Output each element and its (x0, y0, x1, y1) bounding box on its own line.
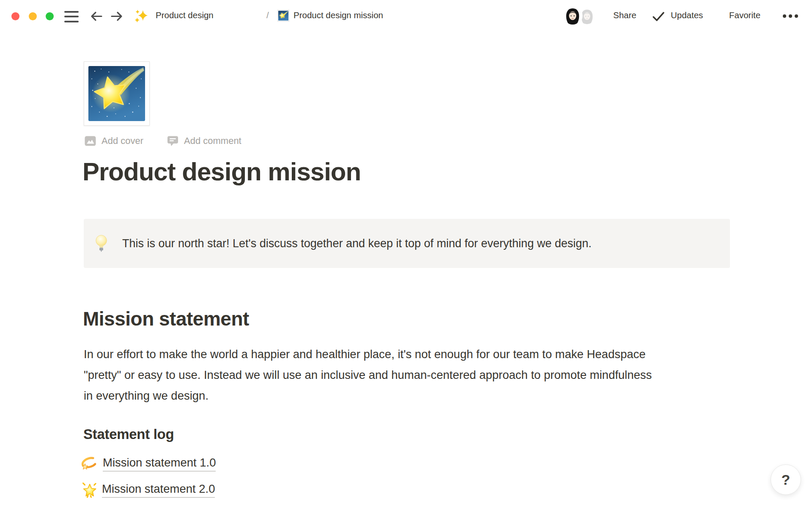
window-close-button[interactable] (11, 12, 19, 20)
add-comment-label: Add comment (184, 135, 241, 146)
dizzy-icon (80, 455, 99, 472)
light-bulb-icon (96, 234, 107, 253)
more-options-icon[interactable] (783, 14, 798, 18)
glowing-star-icon (80, 481, 98, 499)
comment-icon (167, 135, 178, 146)
paragraph-line: in everything we design. (84, 385, 652, 406)
paragraph-line: "pretty" or easy to use. Instead we will… (84, 364, 652, 385)
breadcrumb-page-icon[interactable] (277, 10, 289, 22)
sparkles-icon (134, 9, 149, 24)
share-button[interactable]: Share (613, 10, 636, 20)
page-title[interactable]: Product design mission (82, 157, 361, 186)
help-button[interactable]: ? (771, 464, 801, 495)
link-mission-statement-2[interactable]: Mission statement 2.0 (80, 481, 215, 499)
back-arrow-icon[interactable] (90, 11, 103, 22)
page-icon[interactable] (84, 61, 150, 126)
add-cover-label: Add cover (102, 135, 143, 146)
link-label[interactable]: Mission statement 2.0 (102, 482, 215, 498)
link-label[interactable]: Mission statement 1.0 (103, 456, 216, 472)
window-zoom-button[interactable] (46, 12, 54, 20)
help-label: ? (782, 472, 790, 488)
statement-log-heading[interactable]: Statement log (83, 426, 174, 442)
sidebar-menu-icon[interactable] (64, 11, 79, 22)
shooting-star-icon (88, 66, 145, 121)
add-comment-button[interactable]: Add comment (167, 135, 241, 146)
checkmark-icon (652, 11, 665, 22)
forward-arrow-icon[interactable] (110, 11, 123, 22)
updates-button[interactable]: Updates (671, 10, 703, 20)
callout-block[interactable]: This is our north star! Let's discuss to… (84, 219, 730, 268)
link-mission-statement-1[interactable]: Mission statement 1.0 (80, 455, 216, 472)
breadcrumb-root[interactable]: Product design (156, 10, 214, 20)
paragraph-line: In our effort to make the world a happie… (84, 344, 652, 364)
image-icon (85, 136, 96, 146)
breadcrumb-current[interactable]: Product design mission (294, 10, 383, 20)
window-minimize-button[interactable] (29, 12, 37, 20)
breadcrumb-separator: / (266, 10, 269, 20)
callout-text: This is our north star! Let's discuss to… (122, 237, 592, 250)
avatar[interactable] (564, 7, 582, 25)
favorite-button[interactable]: Favorite (729, 10, 760, 20)
mission-statement-heading[interactable]: Mission statement (83, 307, 249, 330)
add-cover-button[interactable]: Add cover (85, 135, 143, 146)
mission-paragraph[interactable]: In our effort to make the world a happie… (84, 344, 652, 406)
